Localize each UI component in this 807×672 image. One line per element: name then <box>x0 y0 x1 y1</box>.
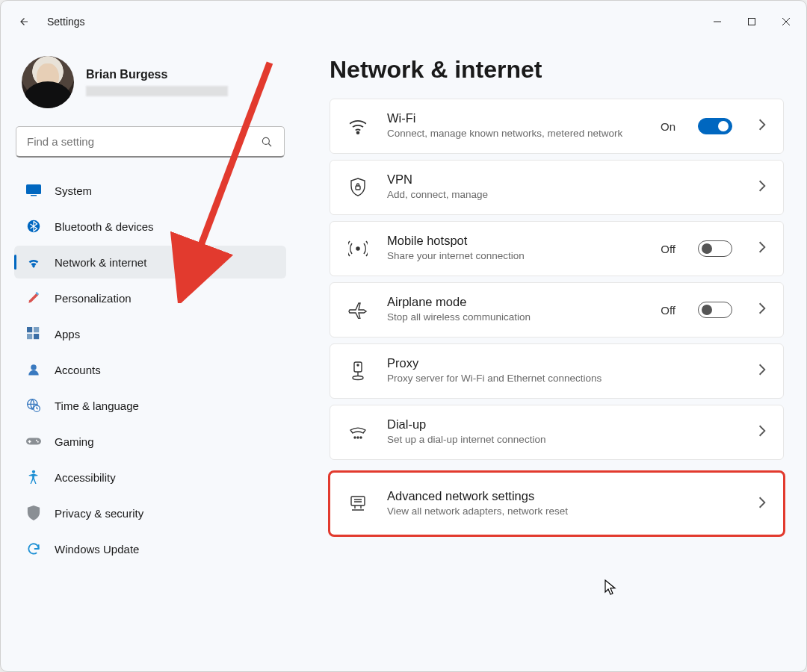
user-email-redacted <box>86 86 228 96</box>
airplane-state-label: Off <box>661 304 675 317</box>
wifi-toggle[interactable] <box>698 118 732 134</box>
card-title: Advanced network settings <box>387 489 732 503</box>
dialup-icon <box>347 424 369 441</box>
sidebar-item-label: Accounts <box>55 364 101 376</box>
card-title: Dial-up <box>387 417 732 432</box>
airplane-toggle[interactable] <box>698 302 732 318</box>
search-icon <box>260 135 273 149</box>
update-icon <box>26 541 41 556</box>
svg-rect-13 <box>34 334 39 339</box>
chevron-right-icon <box>758 179 767 196</box>
wifi-state-label: On <box>661 120 675 133</box>
sidebar-item-apps[interactable]: Apps <box>14 317 286 350</box>
accessibility-icon <box>26 470 41 485</box>
card-dialup[interactable]: Dial-up Set up a dial-up internet connec… <box>330 405 784 460</box>
card-proxy[interactable]: Proxy Proxy server for Wi-Fi and Etherne… <box>330 343 784 399</box>
user-name: Brian Burgess <box>86 68 228 81</box>
hotspot-toggle[interactable] <box>698 240 732 257</box>
card-title: Proxy <box>387 356 732 370</box>
svg-point-20 <box>36 440 37 441</box>
sidebar-item-accounts[interactable]: Accounts <box>14 353 286 386</box>
svg-rect-19 <box>28 441 31 443</box>
sidebar-item-label: Network & internet <box>55 256 146 269</box>
card-title: Airplane mode <box>387 295 643 309</box>
back-arrow-icon <box>16 15 30 28</box>
sidebar-item-time-language[interactable]: Time & language <box>14 389 286 422</box>
sidebar-item-label: Windows Update <box>55 543 139 556</box>
apps-icon <box>26 326 41 341</box>
search-box[interactable] <box>16 126 285 158</box>
card-subtitle: Connect, manage known networks, metered … <box>387 127 643 140</box>
sidebar-item-accessibility[interactable]: Accessibility <box>14 461 286 494</box>
chevron-right-icon <box>758 302 767 318</box>
shield-icon <box>26 505 41 520</box>
settings-window: Settings Brian Burgess <box>0 0 807 672</box>
sidebar-item-windows-update[interactable]: Windows Update <box>14 532 286 565</box>
chevron-right-icon <box>758 363 767 379</box>
card-title: Wi-Fi <box>387 111 643 125</box>
gamepad-icon <box>26 434 41 449</box>
hotspot-state-label: Off <box>661 243 675 255</box>
card-mobile-hotspot[interactable]: Mobile hotspot Share your internet conne… <box>330 221 784 276</box>
sidebar-item-system[interactable]: System <box>14 174 286 207</box>
sidebar-item-label: Accessibility <box>55 471 116 484</box>
svg-rect-24 <box>356 186 360 190</box>
svg-rect-26 <box>354 362 362 372</box>
card-title: VPN <box>387 172 732 187</box>
proxy-icon <box>347 361 369 381</box>
main-content: Network & internet Wi-Fi Connect, manage… <box>300 43 806 671</box>
window-controls <box>700 7 803 37</box>
wifi-icon <box>347 118 369 134</box>
search-input[interactable] <box>27 135 260 148</box>
sidebar-item-label: Gaming <box>55 435 94 448</box>
card-airplane-mode[interactable]: Airplane mode Stop all wireless communic… <box>330 282 784 337</box>
svg-point-28 <box>353 376 363 380</box>
svg-point-31 <box>360 437 362 438</box>
card-vpn[interactable]: VPN Add, connect, manage <box>330 160 784 215</box>
svg-point-29 <box>354 437 356 438</box>
card-subtitle: View all network adapters, network reset <box>387 505 732 518</box>
svg-point-22 <box>32 470 35 473</box>
globe-clock-icon <box>26 398 41 413</box>
minimize-button[interactable] <box>700 7 735 37</box>
titlebar: Settings <box>1 1 806 43</box>
back-button[interactable] <box>8 7 38 37</box>
sidebar-item-network[interactable]: Network & internet <box>14 246 286 279</box>
svg-point-14 <box>31 364 37 370</box>
svg-rect-11 <box>34 327 39 332</box>
user-profile[interactable]: Brian Burgess <box>14 56 286 108</box>
sidebar-nav: System Bluetooth & devices Network & int… <box>14 174 286 565</box>
sidebar-item-gaming[interactable]: Gaming <box>14 425 286 458</box>
sidebar-item-personalization[interactable]: Personalization <box>14 281 286 314</box>
chevron-right-icon <box>758 496 767 512</box>
chevron-right-icon <box>758 424 767 441</box>
card-subtitle: Set up a dial-up internet connection <box>387 433 732 447</box>
card-advanced-network-settings[interactable]: Advanced network settings View all netwo… <box>330 472 784 535</box>
sidebar-item-privacy[interactable]: Privacy & security <box>14 497 286 529</box>
svg-point-4 <box>262 137 269 144</box>
card-subtitle: Proxy server for Wi-Fi and Ethernet conn… <box>387 372 732 385</box>
chevron-right-icon <box>758 240 767 257</box>
card-wifi[interactable]: Wi-Fi Connect, manage known networks, me… <box>330 99 784 154</box>
maximize-button[interactable] <box>735 7 769 37</box>
card-subtitle: Stop all wireless communication <box>387 311 643 324</box>
sidebar-item-label: Personalization <box>55 292 132 305</box>
sidebar-item-label: Privacy & security <box>55 507 143 520</box>
sidebar-item-bluetooth[interactable]: Bluetooth & devices <box>14 210 286 243</box>
card-subtitle: Share your internet connection <box>387 249 643 263</box>
bluetooth-icon <box>26 219 41 234</box>
app-title: Settings <box>47 16 85 28</box>
svg-rect-10 <box>27 327 32 332</box>
sidebar-item-label: Time & language <box>55 399 139 412</box>
close-button[interactable] <box>769 7 803 37</box>
chevron-right-icon <box>758 118 767 134</box>
svg-point-25 <box>356 247 359 250</box>
svg-point-27 <box>357 364 359 366</box>
svg-rect-6 <box>26 184 41 194</box>
svg-point-23 <box>357 131 359 134</box>
sidebar-item-label: Bluetooth & devices <box>55 220 154 233</box>
svg-line-5 <box>268 143 271 146</box>
avatar <box>22 56 74 108</box>
shield-lock-icon <box>347 178 369 197</box>
paintbrush-icon <box>26 290 41 305</box>
